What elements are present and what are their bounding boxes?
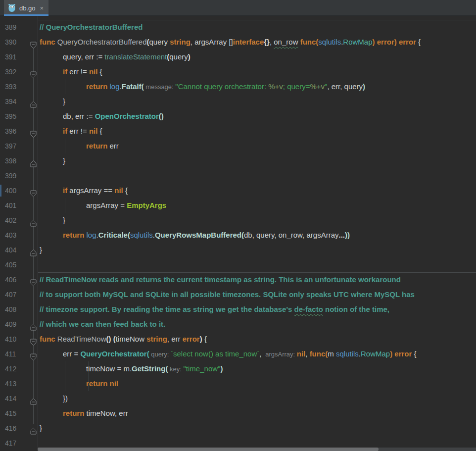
code-line[interactable]: 413return nil <box>0 376 476 391</box>
fold-start-icon[interactable] <box>30 276 37 283</box>
line-number[interactable]: 395 <box>0 109 38 124</box>
line-number[interactable]: 404 <box>0 243 38 257</box>
code-line[interactable]: 391query, err := translateStatement(quer… <box>0 50 476 64</box>
token-kw: string <box>170 38 190 46</box>
code-line[interactable]: 404 } <box>0 243 476 257</box>
token-txt: timeNow <box>116 335 147 343</box>
line-number[interactable]: 400 <box>0 183 38 198</box>
line-number[interactable]: 401 <box>0 198 38 213</box>
line-number[interactable]: 394 <box>0 94 38 109</box>
code-line[interactable]: 402 } <box>0 213 476 228</box>
token-txt: err != <box>69 127 89 135</box>
close-icon[interactable]: × <box>39 5 44 11</box>
fold-end-icon[interactable] <box>30 425 37 432</box>
line-number[interactable]: 409 <box>0 317 38 332</box>
code-editor: 389// QueryOrchestratorBuffered390 func … <box>0 16 476 451</box>
line-number[interactable]: 398 <box>0 153 38 168</box>
code-line[interactable]: 397return err <box>0 139 476 153</box>
fold-start-icon[interactable] <box>30 187 37 194</box>
code-line[interactable]: 410 func ReadTimeNow() (timeNow string, … <box>0 332 476 347</box>
line-number[interactable]: 389 <box>0 20 38 35</box>
line-number[interactable]: 411 <box>0 347 38 361</box>
fold-end-icon[interactable] <box>30 217 37 224</box>
line-number[interactable]: 397 <box>0 139 38 153</box>
code-line[interactable]: 389// QueryOrchestratorBuffered <box>0 20 476 35</box>
line-number[interactable]: 412 <box>0 361 38 376</box>
token-mth: Fatalf( <box>122 82 144 91</box>
fold-start-icon[interactable] <box>30 336 37 343</box>
fold-start-icon[interactable] <box>30 39 37 46</box>
code-text: return timeNow, err <box>38 406 128 421</box>
fold-end-icon[interactable] <box>30 98 37 105</box>
token-fnm: translateStatement <box>104 52 167 61</box>
horizontal-scrollbar-thumb[interactable] <box>38 448 379 451</box>
fold-end-icon[interactable] <box>30 321 37 328</box>
code-line[interactable]: 415return timeNow, err <box>0 406 476 421</box>
code-text: } <box>38 421 42 436</box>
code-line[interactable]: 412timeNow = m.GetString( key: "time_now… <box>0 361 476 376</box>
code-line[interactable]: 399 <box>0 168 476 183</box>
code-line[interactable]: 403return log.Criticale(sqlutils.QueryRo… <box>0 228 476 243</box>
line-number[interactable]: 407 <box>0 287 38 302</box>
code-line[interactable]: 398 } <box>0 153 476 168</box>
token-txt: , err <box>167 335 183 343</box>
code-line[interactable]: 401argsArray = EmptyArgs <box>0 198 476 213</box>
line-number[interactable]: 402 <box>0 213 38 228</box>
fold-start-icon[interactable] <box>30 128 37 135</box>
code-text: // QueryOrchestratorBuffered <box>38 20 143 35</box>
line-number[interactable]: 417 <box>0 436 38 451</box>
line-number[interactable]: 392 <box>0 64 38 79</box>
code-line[interactable]: 393return log.Fatalf( message: "Cannot q… <box>0 79 476 94</box>
code-text: return err <box>38 139 119 153</box>
token-hint: query: <box>149 351 171 358</box>
tab-db-go[interactable]: db.go × <box>4 0 48 16</box>
line-number[interactable]: 393 <box>0 79 38 94</box>
line-number[interactable]: 416 <box>0 421 38 436</box>
line-number[interactable]: 413 <box>0 376 38 391</box>
code-line[interactable]: 395db, err := OpenOrchestrator() <box>0 109 476 124</box>
line-number[interactable]: 396 <box>0 124 38 139</box>
code-line[interactable]: 390 func QueryOrchestratorBuffered(query… <box>0 35 476 50</box>
tab-label: db.go <box>19 4 36 12</box>
code-line[interactable]: 408// timezone support. By reading the t… <box>0 302 476 317</box>
code-line[interactable]: 405 <box>0 257 476 272</box>
line-number[interactable]: 399 <box>0 168 38 183</box>
line-number[interactable]: 403 <box>0 228 38 243</box>
line-number[interactable]: 406 <box>0 272 38 287</box>
code-text: return log.Fatalf( message: "Cannot quer… <box>38 79 365 94</box>
line-number[interactable]: 391 <box>0 50 38 64</box>
code-text: db, err := OpenOrchestrator() <box>38 109 164 124</box>
code-line[interactable]: 411 err = QueryOrchestrator( query: `sel… <box>0 347 476 361</box>
horizontal-scrollbar-track[interactable] <box>38 448 476 451</box>
fold-end-icon[interactable] <box>30 157 37 164</box>
code-line[interactable]: 407// to support both MySQL and SQLite i… <box>0 287 476 302</box>
line-number[interactable]: 405 <box>0 257 38 272</box>
token-txt: m <box>328 350 336 358</box>
code-line[interactable]: 394 } <box>0 94 476 109</box>
token-kw: func <box>310 350 326 358</box>
line-number[interactable]: 408 <box>0 302 38 317</box>
editor-tab-bar: db.go × <box>0 0 476 16</box>
fold-end-icon[interactable] <box>30 395 37 402</box>
code-line[interactable]: 400 if argsArray == nil { <box>0 183 476 198</box>
line-number[interactable]: 415 <box>0 406 38 421</box>
code-text: // timezone support. By reading the time… <box>38 302 389 317</box>
code-line[interactable]: 396 if err != nil { <box>0 124 476 139</box>
token-str: "Cannot query orchestrator: <box>175 82 268 91</box>
fold-end-icon[interactable] <box>30 247 37 253</box>
token-cmt: notion of the time, <box>323 305 389 313</box>
line-number[interactable]: 410 <box>0 332 38 347</box>
code-line[interactable]: 406 // ReadTimeNow reads and returns the… <box>0 272 476 287</box>
token-pkg: log <box>110 82 120 91</box>
code-line[interactable]: 414 }) <box>0 391 476 406</box>
token-pkg: sqlutils <box>130 231 153 239</box>
token-pkg: sqlutils <box>336 350 359 358</box>
code-line[interactable]: 416 } <box>0 421 476 436</box>
fold-start-icon[interactable] <box>30 68 37 75</box>
line-number[interactable]: 414 <box>0 391 38 406</box>
code-line[interactable]: 392 if err != nil { <box>0 64 476 79</box>
token-decl: ReadTimeNow <box>57 335 106 343</box>
fold-start-icon[interactable] <box>30 351 37 357</box>
line-number[interactable]: 390 <box>0 35 38 50</box>
code-line[interactable]: 409 // which we can then feed back to it… <box>0 317 476 332</box>
